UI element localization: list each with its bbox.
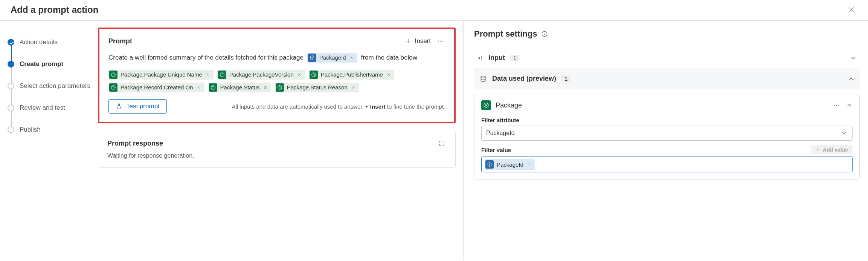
expand-icon xyxy=(438,140,445,147)
prompt-card-title: Prompt xyxy=(108,37,132,45)
input-count: 1 xyxy=(510,55,519,61)
data-token[interactable]: Package.PublisherName xyxy=(309,70,394,80)
token-label: Package.Status Reason xyxy=(287,81,348,94)
step-indicator-icon xyxy=(8,83,14,89)
step-label: Select action parameters xyxy=(20,82,90,90)
step-indicator-icon xyxy=(8,104,14,111)
inline-token-packageid[interactable]: PackageId xyxy=(307,53,357,63)
swirl-icon xyxy=(220,72,225,77)
svg-point-2 xyxy=(442,41,443,41)
beaker-icon xyxy=(116,103,122,110)
data-token[interactable]: Package.Status Reason xyxy=(275,83,359,92)
chevron-up-icon[interactable] xyxy=(846,102,853,109)
prompt-text: Create a well formed summary of the deta… xyxy=(108,52,304,64)
token-label: PackageId xyxy=(497,161,523,168)
table-icon xyxy=(481,100,491,110)
insert-label: Insert xyxy=(415,37,431,45)
step-indicator-icon xyxy=(8,61,14,68)
swirl-icon xyxy=(111,72,116,77)
data-token[interactable]: Package.Record Created On xyxy=(108,83,204,92)
info-button[interactable] xyxy=(541,30,548,38)
data-source-more-button[interactable] xyxy=(832,101,841,110)
token-remove-icon[interactable] xyxy=(349,55,354,60)
svg-point-0 xyxy=(438,41,439,41)
input-label: Input xyxy=(488,54,505,62)
filter-attribute-select[interactable]: PackageId xyxy=(481,126,853,141)
prompt-response-card: Prompt response Waiting for response gen… xyxy=(98,131,456,168)
token-remove-icon[interactable] xyxy=(297,72,302,77)
data-token[interactable]: Package.Status xyxy=(208,83,271,92)
data-source-card: Package Filter attribute PackageId Filte… xyxy=(474,94,860,180)
token-remove-icon[interactable] xyxy=(386,72,391,77)
expand-button[interactable] xyxy=(437,139,446,148)
data-token[interactable]: Package.PackageVersion xyxy=(217,70,305,80)
wizard-steps: Action detailsCreate promptSelect action… xyxy=(0,21,98,261)
input-accordion[interactable]: Input 1 xyxy=(474,48,860,68)
filter-attribute-value: PackageId xyxy=(486,130,515,137)
input-icon xyxy=(476,54,483,62)
step-label: Publish xyxy=(20,126,41,134)
chevron-up-icon xyxy=(848,75,854,82)
svg-point-4 xyxy=(481,76,485,78)
step-label: Create prompt xyxy=(20,60,63,68)
test-prompt-button[interactable]: Test prompt xyxy=(108,99,167,114)
svg-point-5 xyxy=(834,105,835,106)
more-icon xyxy=(437,38,444,45)
cube-icon xyxy=(487,162,492,167)
response-body: Waiting for response generation. xyxy=(107,152,446,159)
add-value-button[interactable]: Add value xyxy=(811,145,853,154)
step-label: Review and test xyxy=(20,104,65,112)
cube-icon xyxy=(310,55,315,60)
prompt-settings-panel: Prompt settings Input 1 Data used (previ… xyxy=(463,21,868,261)
page-title: Add a prompt action xyxy=(11,5,98,15)
filter-value-label: Filter value xyxy=(481,147,511,153)
wizard-step[interactable]: Publish xyxy=(8,119,92,141)
token-label: Package.PublisherName xyxy=(321,69,383,81)
prompt-card: Prompt Insert Create a well formed summa… xyxy=(98,28,456,123)
step-label: Action details xyxy=(20,38,58,46)
token-label: Package.PackageVersion xyxy=(229,69,294,81)
token-remove-icon[interactable] xyxy=(205,72,211,77)
swirl-icon xyxy=(277,85,282,90)
test-prompt-label: Test prompt xyxy=(126,103,160,110)
plus-icon xyxy=(405,38,412,45)
wizard-step[interactable]: Review and test xyxy=(8,97,92,119)
swirl-icon xyxy=(111,85,116,90)
database-icon xyxy=(479,75,487,83)
token-label: Package.Package Unique Name xyxy=(121,69,202,81)
svg-point-7 xyxy=(838,105,839,106)
close-button[interactable] xyxy=(845,4,857,16)
response-title: Prompt response xyxy=(107,140,163,147)
prompt-hint: All inputs and data are automatically us… xyxy=(232,103,445,110)
token-label: Package.Status xyxy=(220,81,260,94)
token-remove-icon[interactable] xyxy=(351,85,356,90)
prompt-body[interactable]: Create a well formed summary of the deta… xyxy=(108,52,445,92)
wizard-step[interactable]: Create prompt xyxy=(8,53,92,75)
plus-icon xyxy=(815,147,821,152)
step-indicator-icon xyxy=(8,39,14,46)
wizard-step[interactable]: Action details xyxy=(8,31,92,53)
more-icon xyxy=(833,102,840,109)
filter-value-input[interactable]: PackageId xyxy=(481,157,853,172)
prompt-more-button[interactable] xyxy=(436,37,445,46)
svg-point-1 xyxy=(440,41,441,41)
chevron-down-icon xyxy=(850,55,857,61)
token-remove-icon[interactable] xyxy=(263,85,268,90)
chevron-down-icon xyxy=(841,130,848,137)
wizard-step[interactable]: Select action parameters xyxy=(8,75,92,97)
filter-value-token[interactable]: PackageId xyxy=(485,159,535,170)
svg-point-6 xyxy=(836,105,837,106)
token-label: PackageId xyxy=(319,52,346,64)
token-remove-icon[interactable] xyxy=(526,162,532,167)
step-indicator-icon xyxy=(8,126,14,133)
close-icon xyxy=(848,6,855,14)
panel-title: Prompt settings xyxy=(474,29,537,39)
swirl-icon xyxy=(211,85,216,90)
data-token[interactable]: Package.Package Unique Name xyxy=(108,70,214,80)
package-label: Package xyxy=(496,101,522,109)
data-used-count: 1 xyxy=(561,75,571,82)
data-used-accordion[interactable]: Data used (preview) 1 xyxy=(474,68,860,89)
token-remove-icon[interactable] xyxy=(196,85,201,90)
token-label: Package.Record Created On xyxy=(121,81,193,94)
insert-button[interactable]: Insert xyxy=(405,37,431,45)
